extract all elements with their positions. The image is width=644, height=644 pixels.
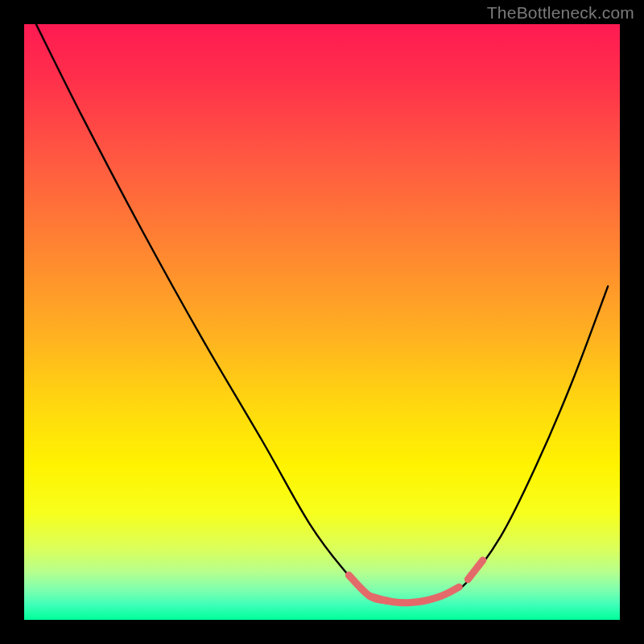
- highlight-bottom: [369, 587, 459, 602]
- watermark-text: TheBottleneck.com: [487, 3, 634, 23]
- curve-layer: [24, 24, 620, 620]
- chart-frame: TheBottleneck.com: [0, 0, 644, 644]
- bottleneck-curve: [36, 24, 608, 603]
- highlight-right: [468, 560, 483, 580]
- plot-area: [24, 24, 620, 620]
